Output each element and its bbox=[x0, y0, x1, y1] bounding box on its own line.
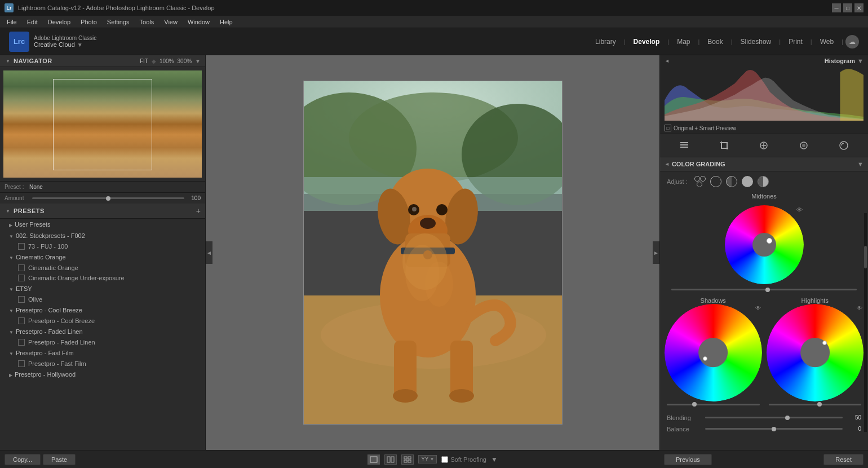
menu-settings[interactable]: Settings bbox=[103, 16, 134, 28]
group-header-hollywood[interactable]: Presetpro - Hollywood bbox=[0, 369, 205, 380]
midtones-visibility-icon[interactable]: 👁 bbox=[796, 206, 803, 213]
window-controls[interactable]: ─ □ ✕ bbox=[832, 3, 863, 12]
amount-slider[interactable] bbox=[32, 197, 184, 199]
right-panel-toggle[interactable]: ► bbox=[653, 241, 659, 264]
single-view-button[interactable] bbox=[367, 454, 380, 465]
highlights-slider-thumb[interactable] bbox=[817, 402, 822, 407]
close-button[interactable]: ✕ bbox=[854, 3, 863, 12]
highlights-wheel-dot[interactable] bbox=[822, 341, 827, 345]
group-header-cool-breeze[interactable]: Presetpro - Cool Breeze bbox=[0, 304, 205, 316]
highlights-visibility-icon[interactable]: 👁 bbox=[857, 305, 862, 311]
adjust-all-icon[interactable] bbox=[694, 176, 706, 187]
preset-item-fast-film[interactable]: Presetpro - Fast Film bbox=[0, 359, 205, 369]
midtones-slider-thumb[interactable] bbox=[765, 288, 770, 292]
adjust-midtones-icon[interactable] bbox=[726, 176, 737, 187]
group-header-cinematic-orange[interactable]: Cinematic Orange bbox=[0, 251, 205, 263]
adjust-highlights-icon[interactable] bbox=[742, 176, 753, 187]
highlights-wheel-wrapper[interactable]: 👁 bbox=[767, 304, 864, 401]
preset-item-olive[interactable]: Olive bbox=[0, 294, 205, 304]
histogram-dropdown-arrow[interactable]: ▼ bbox=[857, 58, 863, 64]
shadows-slider-track[interactable] bbox=[667, 404, 760, 405]
balance-slider[interactable] bbox=[705, 428, 843, 430]
group-header-faded-linen[interactable]: Presetpro - Faded Linen bbox=[0, 326, 205, 337]
survey-view-button[interactable] bbox=[401, 454, 414, 465]
menu-tools[interactable]: Tools bbox=[135, 16, 159, 28]
view-options-dropdown[interactable]: ▼ bbox=[491, 456, 498, 463]
cg-dropdown-arrow[interactable]: ▼ bbox=[857, 161, 863, 167]
group-header-user-presets[interactable]: User Presets bbox=[0, 219, 205, 230]
menu-develop[interactable]: Develop bbox=[43, 16, 75, 28]
paste-button[interactable]: Paste bbox=[43, 454, 76, 465]
highlights-slider[interactable] bbox=[769, 404, 862, 405]
blending-thumb[interactable] bbox=[785, 416, 790, 420]
menu-view[interactable]: View bbox=[160, 16, 182, 28]
menu-edit[interactable]: Edit bbox=[23, 16, 42, 28]
menu-photo[interactable]: Photo bbox=[76, 16, 101, 28]
balance-thumb[interactable] bbox=[772, 427, 776, 431]
shadows-wheel-dot[interactable] bbox=[703, 356, 707, 361]
presets-collapse-arrow[interactable] bbox=[5, 209, 11, 214]
highlights-color-wheel[interactable] bbox=[767, 304, 864, 401]
right-scrollbar-thumb[interactable] bbox=[864, 246, 867, 268]
nav-map[interactable]: Map bbox=[671, 36, 696, 48]
midtones-wheel[interactable]: 👁 bbox=[725, 205, 804, 284]
previous-button[interactable]: Previous bbox=[664, 454, 712, 465]
preset-item-cinematic-orange[interactable]: Cinematic Orange bbox=[0, 263, 205, 273]
cloud-icon[interactable]: ☁ bbox=[845, 35, 859, 48]
preset-item-cinematic-orange-under[interactable]: Cinematic Orange Under-exposure bbox=[0, 273, 205, 283]
nav-book[interactable]: Book bbox=[702, 36, 728, 48]
midtones-wheel-container[interactable]: 👁 bbox=[660, 201, 868, 289]
basic-panel-icon[interactable] bbox=[676, 138, 692, 153]
group-header-stockpresets[interactable]: 002. Stockpresets - F002 bbox=[0, 230, 205, 241]
add-preset-button[interactable]: + bbox=[196, 206, 201, 215]
group-header-fast-film[interactable]: Presetpro - Fast Film bbox=[0, 347, 205, 359]
fit-button[interactable]: FIT bbox=[140, 58, 148, 64]
blending-slider[interactable] bbox=[705, 417, 843, 418]
nav-library[interactable]: Library bbox=[590, 36, 622, 48]
reset-button[interactable]: Reset bbox=[823, 454, 863, 465]
right-panel-scrollbar[interactable] bbox=[864, 213, 867, 432]
presets-panel-header[interactable]: Presets + bbox=[0, 204, 205, 219]
shadows-color-wheel[interactable] bbox=[665, 304, 762, 401]
zoom-100-button[interactable]: 100% bbox=[160, 58, 174, 64]
zoom-dropdown-icon[interactable]: ▼ bbox=[195, 58, 201, 64]
left-panel-toggle[interactable]: ◄ bbox=[206, 241, 212, 264]
navigator-header[interactable]: Navigator FIT ◆ 100% 300% ▼ bbox=[0, 55, 205, 67]
navigator-zoom-controls[interactable]: FIT ◆ 100% 300% ▼ bbox=[140, 58, 201, 64]
preset-item-cool-breeze[interactable]: Presetpro - Cool Breeze bbox=[0, 316, 205, 326]
soft-proofing-checkbox[interactable] bbox=[441, 456, 448, 463]
masking-tool-icon[interactable] bbox=[796, 138, 812, 153]
compare-view-button[interactable] bbox=[384, 454, 397, 465]
midtones-color-wheel[interactable] bbox=[725, 205, 804, 284]
menu-help[interactable]: Help bbox=[215, 16, 237, 28]
shadows-wheel-wrapper[interactable]: 👁 bbox=[665, 304, 762, 401]
shadows-wheel[interactable]: 👁 bbox=[665, 304, 762, 401]
copy-button[interactable]: Copy... bbox=[5, 454, 41, 465]
zoom-300-button[interactable]: 300% bbox=[178, 58, 192, 64]
menu-window[interactable]: Window bbox=[183, 16, 214, 28]
nav-print[interactable]: Print bbox=[783, 36, 808, 48]
preset-item-faded-linen[interactable]: Presetpro - Faded Linen bbox=[0, 337, 205, 347]
nav-slideshow[interactable]: Slideshow bbox=[735, 36, 777, 48]
midtones-slider-track[interactable] bbox=[671, 289, 857, 290]
group-header-etsy[interactable]: ETSY bbox=[0, 283, 205, 294]
navigator-collapse-arrow[interactable] bbox=[5, 59, 11, 64]
midtones-slider[interactable] bbox=[667, 289, 861, 290]
crop-tool-icon[interactable] bbox=[716, 138, 732, 153]
shadows-visibility-icon[interactable]: 👁 bbox=[755, 305, 761, 311]
healing-tool-icon[interactable] bbox=[756, 138, 772, 153]
adjust-shadows-icon[interactable] bbox=[710, 176, 721, 187]
nav-develop[interactable]: Develop bbox=[628, 36, 666, 48]
color-grading-header[interactable]: ◄ Color Grading ▼ bbox=[660, 157, 868, 171]
shadows-slider[interactable] bbox=[667, 404, 760, 405]
dropdown-arrow-icon[interactable]: ▼ bbox=[77, 42, 83, 48]
histogram-expand-icon[interactable]: ◄ bbox=[665, 58, 670, 64]
shadows-slider-thumb[interactable] bbox=[692, 402, 697, 407]
preset-item-73fuj[interactable]: 73 - FUJ - 100 bbox=[0, 241, 205, 251]
minimize-button[interactable]: ─ bbox=[832, 3, 841, 12]
adjust-global-icon[interactable] bbox=[758, 176, 769, 187]
highlights-wheel[interactable]: 👁 bbox=[767, 304, 864, 401]
preset-tool-icon[interactable] bbox=[836, 138, 852, 153]
menu-file[interactable]: File bbox=[2, 16, 21, 28]
grid-view-dropdown[interactable]: YY ▼ bbox=[418, 455, 437, 463]
